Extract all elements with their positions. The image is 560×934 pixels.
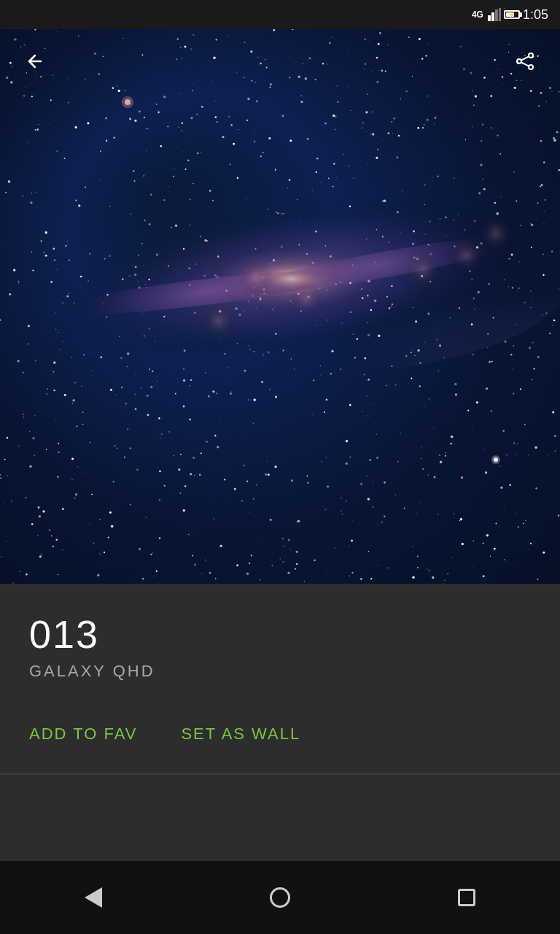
svg-rect-0 bbox=[488, 15, 491, 21]
top-overlay bbox=[0, 29, 560, 93]
signal-icon bbox=[488, 8, 501, 21]
wallpaper-name: GALAXY QHD bbox=[29, 662, 531, 681]
divider bbox=[0, 773, 560, 775]
nav-recents-button[interactable] bbox=[445, 876, 489, 919]
action-buttons: ADD TO FAV SET AS WALL bbox=[29, 717, 531, 751]
svg-line-7 bbox=[521, 56, 529, 60]
svg-line-8 bbox=[521, 62, 529, 66]
back-nav-icon bbox=[85, 887, 102, 908]
back-arrow-icon bbox=[25, 51, 45, 72]
status-icons: 4G ⚡ 1:05 bbox=[472, 7, 548, 23]
share-button[interactable] bbox=[508, 44, 542, 79]
svg-point-6 bbox=[529, 65, 533, 69]
recents-nav-icon bbox=[458, 889, 475, 906]
svg-point-4 bbox=[529, 53, 533, 58]
battery-icon: ⚡ bbox=[504, 10, 520, 19]
svg-rect-1 bbox=[491, 12, 494, 21]
add-to-fav-button[interactable]: ADD TO FAV bbox=[29, 717, 137, 751]
set-as-wall-button[interactable]: SET AS WALL bbox=[181, 717, 300, 751]
wallpaper-number: 013 bbox=[29, 613, 531, 656]
nav-bar bbox=[0, 861, 560, 934]
signal-4g-label: 4G bbox=[472, 9, 483, 20]
svg-rect-3 bbox=[499, 8, 501, 21]
home-nav-icon bbox=[270, 887, 290, 908]
nav-back-button[interactable] bbox=[71, 876, 115, 919]
nav-home-button[interactable] bbox=[258, 876, 302, 919]
svg-rect-2 bbox=[495, 9, 498, 21]
svg-point-5 bbox=[517, 59, 521, 63]
info-panel: 013 GALAXY QHD ADD TO FAV SET AS WALL bbox=[0, 584, 560, 861]
wallpaper-image bbox=[0, 29, 560, 584]
status-bar: 4G ⚡ 1:05 bbox=[0, 0, 560, 29]
share-icon bbox=[515, 51, 535, 72]
back-button[interactable] bbox=[18, 44, 52, 79]
time-display: 1:05 bbox=[523, 7, 548, 23]
